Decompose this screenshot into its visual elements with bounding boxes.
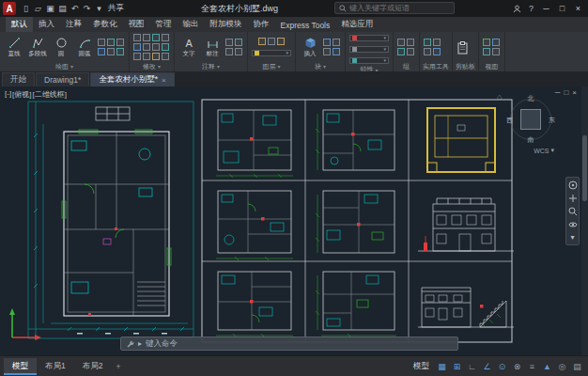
edit-block-icon[interactable] (333, 39, 340, 46)
arc-button[interactable]: 圆弧 (74, 37, 95, 58)
steering-wheel-icon[interactable] (567, 180, 578, 190)
mleader-tool-icon[interactable] (225, 48, 233, 55)
layer-dropdown[interactable]: ▾ (252, 50, 291, 56)
redo-icon[interactable]: ↷ (81, 2, 93, 15)
block-attributes-icon[interactable] (323, 48, 331, 55)
ribbon-tab-home[interactable]: 默认 (6, 17, 33, 32)
annotation-panel-label[interactable]: 注释 ▾ (175, 61, 247, 71)
file-tab-drawing1[interactable]: Drawing1* (36, 72, 89, 86)
open-file-icon[interactable]: ▱ (32, 2, 44, 15)
layer-freeze-icon[interactable] (277, 38, 285, 45)
leader-tool-icon[interactable] (225, 39, 233, 46)
group-edit-icon[interactable] (397, 48, 405, 55)
viewcube-south-label[interactable]: 南 (505, 135, 556, 145)
view-panel-label[interactable]: 视图 (479, 61, 504, 71)
ribbon-tab-insert[interactable]: 插入 (33, 17, 60, 32)
search-input[interactable] (349, 4, 450, 12)
viewcube-face[interactable] (520, 109, 541, 130)
vertical-scrollbar[interactable] (581, 86, 588, 355)
layout-tab-layout2[interactable]: 布局2 (74, 358, 112, 375)
copy-tool-icon[interactable] (162, 34, 169, 41)
qat-dropdown-icon[interactable]: ▾ (93, 2, 105, 15)
object-snap-tracking-icon[interactable]: ⊗ (510, 359, 524, 373)
add-layout-button[interactable]: + (111, 359, 125, 374)
ucs-selector[interactable]: WCS ▾ (534, 147, 554, 154)
viewcube-north-label[interactable]: 北 (505, 94, 556, 103)
app-logo-icon[interactable]: A (3, 2, 16, 15)
group-icon[interactable] (397, 39, 405, 46)
lineweight-display-icon[interactable]: ≡ (525, 359, 539, 373)
palettes-icon[interactable] (483, 48, 490, 55)
text-button[interactable]: A 文字 (178, 37, 199, 58)
rectangle-tool-icon[interactable] (98, 39, 105, 46)
ungroup-icon[interactable] (407, 39, 414, 46)
zoom-icon[interactable] (567, 206, 578, 216)
region-tool-icon[interactable] (116, 48, 124, 55)
annotation-scale-icon[interactable]: ▲ (540, 359, 554, 373)
snap-icon[interactable]: ⊞ (450, 359, 464, 373)
offset-tool-icon[interactable] (143, 53, 150, 60)
layer-properties-icon[interactable] (258, 38, 266, 45)
restore-button[interactable]: □ (554, 1, 570, 16)
rotate-tool-icon[interactable] (143, 34, 150, 41)
drawing-canvas[interactable]: [-] [俯视] [二维线框] ─ □ × (0, 86, 588, 355)
navbar-more-icon[interactable]: ▾ (567, 232, 578, 243)
account-icon[interactable] (510, 1, 524, 16)
ribbon-tab-output[interactable]: 输出 (178, 17, 205, 32)
explode-tool-icon[interactable] (162, 53, 169, 60)
save-icon[interactable]: ▣ (44, 2, 56, 15)
viewcube-west-label[interactable]: 西 (506, 116, 513, 125)
object-color-dropdown[interactable]: ▾ (349, 35, 389, 41)
hatch-tool-icon[interactable] (116, 39, 124, 46)
interface-icon[interactable] (492, 48, 500, 55)
close-tab-icon[interactable]: × (162, 76, 166, 85)
quick-select-icon[interactable] (433, 39, 441, 46)
named-views-icon[interactable] (483, 39, 490, 46)
drawing-close-icon[interactable]: × (572, 88, 577, 97)
layout-tab-model[interactable]: 模型 (4, 358, 37, 375)
ribbon-tab-collaborate[interactable]: 协作 (248, 17, 275, 32)
dimension-button[interactable]: 标注 (202, 37, 223, 58)
viewport-config-icon[interactable] (492, 39, 500, 46)
ribbon-tab-annotate[interactable]: 注释 (60, 17, 87, 32)
viewcube-east-label[interactable]: 东 (549, 116, 555, 125)
ribbon-tab-parametric[interactable]: 参数化 (87, 17, 123, 32)
help-icon[interactable]: ? (524, 1, 538, 16)
point-tool-icon[interactable] (107, 48, 115, 55)
ribbon-tab-addins[interactable]: 附加模块 (205, 17, 248, 32)
model-space-toggle[interactable]: 模型 (409, 361, 434, 372)
scale-tool-icon[interactable] (162, 43, 169, 51)
command-line-bar[interactable]: ▸ 键入命令 (120, 337, 458, 351)
modify-panel-label[interactable]: 修改 ▾ (130, 61, 174, 71)
viewcube[interactable]: ⌂ 北 西 东 南 (505, 94, 556, 145)
ribbon-tab-view[interactable]: 视图 (123, 17, 150, 32)
viewport-menu-button[interactable]: [-] (5, 89, 11, 100)
properties-panel-label[interactable]: 特性 ▾ (346, 65, 393, 71)
measure-tool-icon[interactable] (424, 39, 431, 46)
block-panel-label[interactable]: 块 ▾ (296, 61, 345, 71)
fillet-tool-icon[interactable] (143, 43, 150, 51)
stretch-tool-icon[interactable] (152, 43, 160, 51)
trim-tool-icon[interactable] (152, 34, 160, 41)
group-manager-icon[interactable] (407, 48, 414, 55)
customize-wrench-icon[interactable] (126, 339, 134, 348)
new-file-icon[interactable]: ▯ (20, 2, 32, 15)
clipboard-panel-label[interactable]: 剪贴板 (453, 61, 478, 71)
move-tool-icon[interactable] (133, 34, 141, 41)
centerline-tool-icon[interactable] (235, 48, 242, 55)
set-base-point-icon[interactable] (333, 48, 340, 55)
layer-off-icon[interactable] (268, 38, 275, 45)
home-icon[interactable]: ⌂ (497, 92, 502, 102)
groups-panel-label[interactable]: 组 (394, 61, 419, 71)
table-tool-icon[interactable] (235, 39, 242, 46)
minimize-button[interactable]: ─ (538, 1, 554, 16)
mirror-tool-icon[interactable] (133, 43, 141, 51)
drawing-restore-icon[interactable]: □ (564, 88, 568, 97)
ortho-icon[interactable]: ∟ (465, 359, 479, 373)
share-button[interactable]: 共享 (108, 3, 124, 14)
layers-panel-label[interactable]: 图层 ▾ (248, 61, 295, 71)
spline-tool-icon[interactable] (98, 48, 105, 55)
id-point-icon[interactable] (424, 48, 431, 55)
close-button[interactable]: × (570, 1, 586, 16)
workspace-switch-icon[interactable]: ◎ (555, 359, 569, 373)
